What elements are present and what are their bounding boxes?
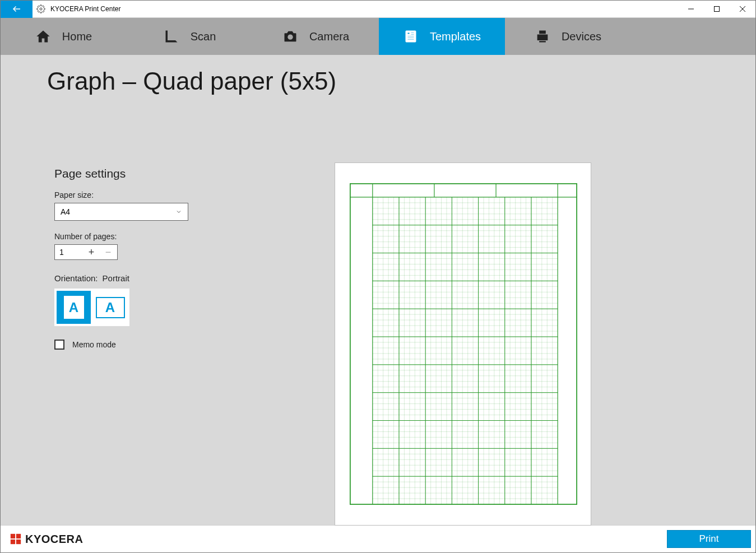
- templates-icon: [403, 29, 419, 44]
- settings-button[interactable]: [33, 4, 49, 13]
- page-title: Graph – Quad paper (5x5): [47, 67, 336, 95]
- page-settings-panel: Page settings Paper size: A4 Number of p…: [54, 167, 245, 350]
- num-pages-spinner: 1 + −: [54, 244, 118, 260]
- orientation-toggle: A A: [54, 289, 129, 326]
- kyocera-logo-icon: [10, 533, 22, 545]
- section-title: Page settings: [54, 167, 245, 180]
- svg-rect-12: [407, 36, 414, 37]
- svg-rect-132: [16, 534, 21, 538]
- paper-size-label: Paper size:: [54, 190, 245, 199]
- nav-label: Devices: [562, 30, 601, 43]
- devices-icon: [535, 29, 550, 44]
- svg-rect-6: [165, 31, 168, 41]
- memo-mode-checkbox[interactable]: [54, 340, 64, 350]
- num-pages-label: Number of pages:: [54, 232, 245, 241]
- scan-icon: [164, 29, 179, 44]
- titlebar: KYOCERA Print Center: [1, 1, 755, 18]
- orientation-landscape-button[interactable]: A: [93, 291, 127, 324]
- svg-rect-10: [411, 32, 414, 34]
- camera-icon: [282, 29, 298, 44]
- svg-rect-9: [407, 32, 410, 34]
- svg-rect-3: [715, 7, 720, 12]
- brand-logo: KYOCERA: [1, 533, 84, 546]
- decrement-button[interactable]: −: [100, 247, 117, 258]
- app-window: KYOCERA Print Center Home Scan Camera Te…: [0, 0, 756, 553]
- chevron-down-icon: [175, 208, 182, 215]
- svg-point-1: [40, 8, 42, 10]
- increment-button[interactable]: +: [83, 247, 100, 258]
- svg-rect-131: [11, 534, 15, 538]
- nav-label: Scan: [191, 30, 216, 43]
- nav-scan[interactable]: Scan: [127, 18, 253, 55]
- footer: KYOCERA Print: [1, 525, 755, 552]
- svg-rect-11: [411, 34, 414, 35]
- template-preview: [335, 162, 591, 526]
- back-button[interactable]: [1, 1, 33, 18]
- svg-rect-15: [539, 31, 546, 34]
- svg-rect-14: [407, 39, 414, 40]
- nav-camera[interactable]: Camera: [253, 18, 379, 55]
- window-buttons: [678, 1, 755, 18]
- orientation-value: Portrait: [103, 273, 129, 283]
- nav-label: Camera: [309, 30, 349, 43]
- maximize-icon: [714, 6, 720, 12]
- content-area: Graph – Quad paper (5x5) Page settings P…: [1, 55, 755, 525]
- nav-label: Templates: [430, 30, 481, 43]
- paper-size-dropdown[interactable]: A4: [54, 203, 188, 221]
- portrait-icon: A: [63, 295, 85, 320]
- print-button[interactable]: Print: [667, 530, 751, 548]
- svg-point-7: [287, 35, 293, 40]
- svg-rect-13: [407, 38, 414, 39]
- num-pages-value[interactable]: 1: [55, 248, 83, 257]
- orientation-label: Orientation:: [54, 273, 98, 283]
- svg-rect-134: [16, 540, 21, 544]
- svg-rect-16: [537, 35, 548, 41]
- nav-templates[interactable]: Templates: [379, 18, 505, 55]
- memo-mode-label: Memo mode: [72, 340, 116, 349]
- maximize-button[interactable]: [704, 1, 730, 18]
- minimize-icon: [688, 6, 694, 12]
- nav-home[interactable]: Home: [1, 18, 127, 55]
- close-button[interactable]: [730, 1, 755, 18]
- app-title: KYOCERA Print Center: [49, 5, 678, 13]
- brand-text: KYOCERA: [25, 533, 84, 546]
- close-icon: [740, 6, 745, 12]
- paper-size-value: A4: [61, 207, 70, 216]
- main-nav: Home Scan Camera Templates Devices: [1, 18, 755, 55]
- orientation-portrait-button[interactable]: A: [57, 291, 91, 324]
- svg-rect-17: [539, 41, 546, 42]
- quad-paper-grid: [350, 183, 577, 505]
- gear-icon: [36, 4, 45, 13]
- nav-label: Home: [62, 30, 92, 43]
- minimize-button[interactable]: [678, 1, 704, 18]
- svg-rect-133: [11, 540, 15, 544]
- nav-devices[interactable]: Devices: [505, 18, 631, 55]
- home-icon: [35, 29, 51, 44]
- landscape-icon: A: [96, 297, 125, 318]
- back-arrow-icon: [12, 4, 22, 14]
- memo-mode-row[interactable]: Memo mode: [54, 340, 245, 350]
